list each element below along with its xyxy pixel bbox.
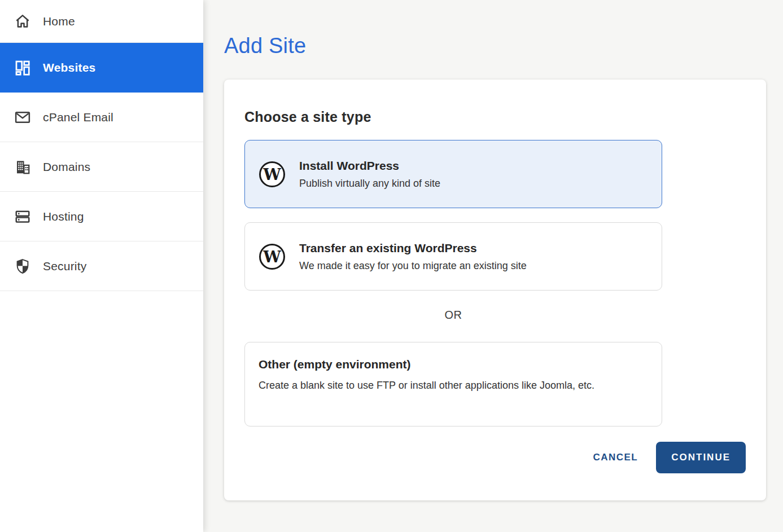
add-site-card: Choose a site type W Install WordPress P…: [224, 80, 766, 500]
svg-text:W: W: [263, 165, 281, 183]
wordpress-logo-icon: W: [259, 161, 286, 188]
option-title: Other (empty environment): [259, 358, 648, 371]
option-other-empty-environment[interactable]: Other (empty environment) Create a blank…: [244, 342, 662, 427]
site-type-options: W Install WordPress Publish virtually an…: [244, 140, 662, 427]
sidebar-item-label: Security: [43, 260, 86, 273]
option-title: Install WordPress: [299, 159, 440, 173]
sidebar-item-label: Hosting: [43, 210, 84, 223]
option-transfer-wordpress[interactable]: W Transfer an existing WordPress We made…: [244, 222, 662, 291]
sidebar-item-label: Websites: [43, 61, 95, 74]
option-text: Install WordPress Publish virtually any …: [299, 159, 440, 190]
sidebar-item-domains[interactable]: Domains: [0, 142, 203, 192]
hosting-icon: [14, 208, 32, 226]
option-text: Transfer an existing WordPress We made i…: [299, 241, 527, 272]
domains-icon: [14, 158, 32, 176]
svg-text:W: W: [263, 247, 281, 266]
or-divider: OR: [244, 309, 662, 322]
sidebar-item-websites[interactable]: Websites: [0, 43, 203, 93]
page-title: Add Site: [224, 34, 766, 58]
continue-button[interactable]: CONTINUE: [656, 442, 746, 473]
option-install-wordpress[interactable]: W Install WordPress Publish virtually an…: [244, 140, 662, 208]
email-icon: [14, 108, 32, 126]
websites-icon: [14, 59, 32, 77]
option-subtitle: We made it easy for you to migrate an ex…: [299, 260, 527, 272]
sidebar-item-home[interactable]: Home: [0, 0, 203, 43]
main-content: Add Site Choose a site type W Install Wo…: [203, 0, 783, 532]
sidebar-item-label: Domains: [43, 160, 90, 174]
sidebar-item-hosting[interactable]: Hosting: [0, 192, 203, 241]
card-heading: Choose a site type: [244, 109, 746, 125]
footer-actions: CANCEL CONTINUE: [244, 442, 746, 473]
sidebar-item-cpanel-email[interactable]: cPanel Email: [0, 93, 203, 142]
sidebar-item-security[interactable]: Security: [0, 241, 203, 291]
option-subtitle: Publish virtually any kind of site: [299, 178, 440, 190]
cancel-button[interactable]: CANCEL: [593, 452, 638, 463]
sidebar-item-label: cPanel Email: [43, 111, 113, 124]
sidebar-item-label: Home: [43, 15, 75, 28]
wordpress-logo-icon: W: [259, 243, 286, 270]
sidebar: Home Websites cPanel Email: [0, 0, 203, 532]
home-icon: [14, 12, 32, 30]
option-title: Transfer an existing WordPress: [299, 241, 527, 255]
option-subtitle: Create a blank site to use FTP or instal…: [259, 378, 611, 394]
security-icon: [14, 257, 32, 275]
